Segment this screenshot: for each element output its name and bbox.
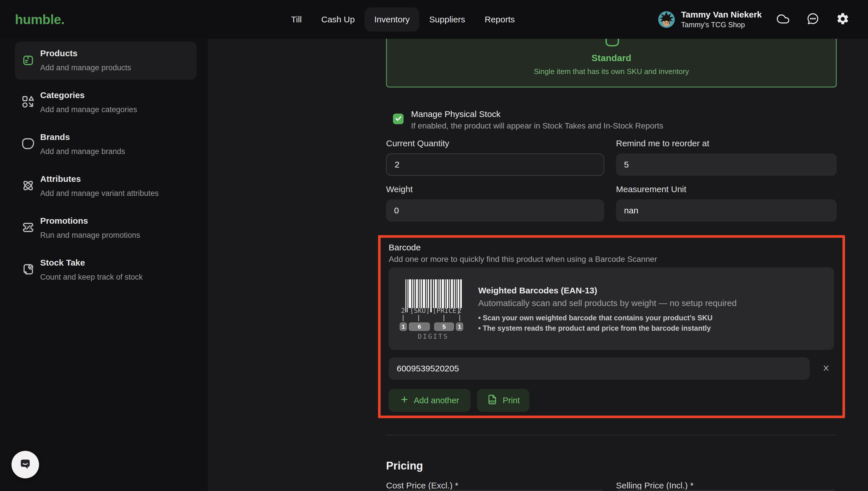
digits-caption: DIGITS — [410, 333, 456, 340]
sidebar: Products Add and manage products Categor… — [0, 39, 208, 491]
products-icon — [21, 53, 35, 67]
sidebar-item-products[interactable]: Products Add and manage products — [15, 41, 197, 80]
product-type-title: Standard — [387, 53, 836, 63]
sidebar-item-subtitle: Add and manage brands — [40, 147, 125, 156]
barcode-section-subtitle: Add one or more to quickly find this pro… — [389, 255, 657, 264]
section-divider — [386, 435, 837, 435]
sidebar-item-title: Brands — [40, 132, 70, 142]
support-chat-button[interactable] — [11, 451, 39, 479]
ean-right-digit: 2 — [456, 307, 463, 314]
barcode-section-highlight: Barcode Add one or more to quickly find … — [378, 235, 845, 418]
sidebar-item-subtitle: Add and manage categories — [40, 105, 137, 114]
cost-price-label: Cost Price (Excl.) * — [386, 481, 604, 490]
sidebar-item-subtitle: Add and manage products — [40, 63, 131, 72]
diagram-tick — [459, 315, 460, 321]
messages-button[interactable] — [806, 12, 820, 26]
package-icon — [604, 39, 621, 48]
diagram-tick — [443, 315, 444, 321]
sidebar-item-promotions[interactable]: Promotions Run and manage promotions — [15, 209, 197, 247]
sidebar-item-brands[interactable]: Brands Add and manage brands — [15, 125, 197, 164]
gear-icon — [836, 12, 850, 27]
sync-button[interactable] — [776, 12, 790, 26]
intercom-chat-icon — [17, 456, 33, 473]
tab-reports[interactable]: Reports — [475, 7, 524, 32]
tab-inventory[interactable]: Inventory — [364, 7, 419, 32]
sidebar-item-subtitle: Add and manage variant attributes — [40, 189, 159, 198]
user-text: Tammy Van Niekerk Tammy's TCG Shop — [681, 10, 762, 29]
digit-count-badge: 5 — [434, 322, 454, 331]
current-quantity-input[interactable] — [386, 153, 604, 176]
ean-price-label: [PRICE] — [433, 307, 455, 314]
pdf-file-icon: PDF — [487, 394, 498, 407]
manage-stock-row: Manage Physical Stock If enabled, the pr… — [386, 109, 837, 138]
digit-count-badge: 1 — [400, 322, 407, 331]
close-icon — [821, 363, 831, 374]
brand-blob-icon — [21, 137, 35, 150]
manage-stock-checkbox[interactable] — [393, 114, 404, 124]
atom-icon — [21, 179, 35, 193]
user-menu[interactable]: Tammy Van Niekerk Tammy's TCG Shop — [658, 10, 762, 29]
ean13-diagram: 2 [SKU] [PRICE] 2 1 6 5 1 DIGITS — [400, 267, 478, 350]
sidebar-item-subtitle: Run and manage promotions — [40, 231, 140, 240]
weighted-barcodes-bullet: • The system reads the product and price… — [478, 324, 711, 333]
digit-count-badge: 1 — [456, 322, 463, 331]
sidebar-item-categories[interactable]: Categories Add and manage categories — [15, 83, 197, 122]
diagram-tick — [403, 315, 404, 321]
sidebar-item-title: Stock Take — [40, 258, 85, 267]
product-type-card-standard[interactable]: Standard Single item that has its own SK… — [386, 39, 837, 87]
settings-button[interactable] — [836, 12, 850, 26]
product-form: Standard Single item that has its own SK… — [386, 39, 837, 491]
measurement-unit-label: Measurement Unit — [616, 184, 837, 194]
digit-count-badge: 6 — [409, 322, 430, 331]
plus-icon — [400, 395, 409, 406]
selling-price-label: Selling Price (Incl.) * — [616, 481, 837, 490]
weight-label: Weight — [386, 184, 604, 194]
brand-logo[interactable]: humble. — [15, 0, 64, 39]
sidebar-item-subtitle: Count and keep track of stock — [40, 273, 143, 282]
sidebar-item-stock-take[interactable]: Stock Take Count and keep track of stock — [15, 251, 197, 289]
user-shop: Tammy's TCG Shop — [681, 21, 762, 29]
remove-barcode-button[interactable] — [819, 362, 833, 375]
weight-input[interactable] — [386, 199, 604, 222]
ean-sku-label: [SKU] — [410, 307, 427, 314]
manage-stock-label: Manage Physical Stock — [411, 109, 500, 119]
user-name: Tammy Van Niekerk — [681, 10, 762, 19]
barcode-value-input[interactable] — [389, 357, 810, 380]
weighted-barcodes-bullet: • Scan your own weighted barcode that co… — [478, 314, 712, 322]
topbar: humble. Till Cash Up Inventory Suppliers… — [0, 0, 868, 39]
barcode-section-title: Barcode — [389, 242, 421, 252]
tab-till[interactable]: Till — [281, 7, 311, 32]
sidebar-item-title: Promotions — [40, 216, 88, 226]
pricing-section-title: Pricing — [386, 460, 423, 472]
selling-price-input[interactable] — [616, 490, 837, 491]
top-navigation: Till Cash Up Inventory Suppliers Reports — [281, 0, 524, 39]
current-quantity-label: Current Quantity — [386, 139, 604, 148]
product-type-subtitle: Single item that has its own SKU and inv… — [387, 67, 836, 76]
sidebar-item-title: Products — [40, 49, 78, 58]
main-panel: Standard Single item that has its own SK… — [208, 39, 868, 491]
weighted-barcodes-description: Automatically scan and sell products by … — [478, 298, 736, 308]
svg-text:PDF: PDF — [489, 400, 496, 403]
print-barcode-button[interactable]: PDF Print — [477, 389, 529, 412]
manage-stock-description: If enabled, the product will appear in S… — [411, 121, 663, 131]
cost-price-input[interactable] — [386, 490, 604, 491]
sidebar-item-title: Attributes — [40, 174, 81, 184]
page: humble. Till Cash Up Inventory Suppliers… — [0, 0, 868, 491]
tab-suppliers[interactable]: Suppliers — [419, 7, 475, 32]
measurement-unit-input[interactable] — [616, 199, 837, 222]
print-label: Print — [503, 396, 520, 405]
sidebar-item-title: Categories — [40, 90, 85, 100]
weighted-barcodes-title: Weighted Barcodes (EAN-13) — [478, 286, 597, 295]
check-icon — [394, 114, 403, 124]
diagram-tick — [418, 315, 419, 321]
add-another-label: Add another — [414, 396, 459, 405]
tab-cash-up[interactable]: Cash Up — [311, 7, 364, 32]
sidebar-item-attributes[interactable]: Attributes Add and manage variant attrib… — [15, 167, 197, 205]
chat-bubble-icon — [806, 12, 820, 27]
ticket-percent-icon — [21, 221, 35, 234]
add-another-barcode-button[interactable]: Add another — [389, 389, 470, 412]
note-check-icon — [21, 262, 35, 276]
topbar-icons — [776, 12, 850, 26]
reorder-input[interactable] — [616, 153, 837, 176]
ean-left-digit: 2 — [400, 307, 406, 314]
